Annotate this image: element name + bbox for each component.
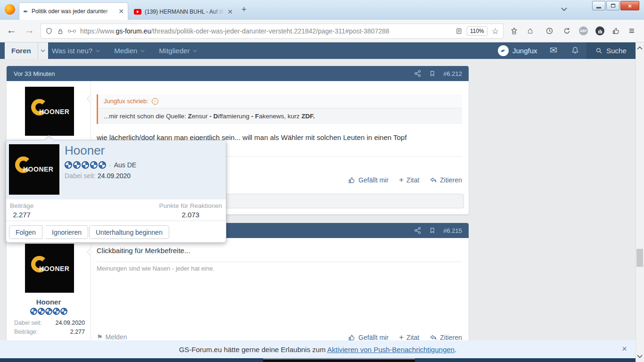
scrollbar-thumb[interactable] — [636, 249, 643, 267]
rating-star-icon — [45, 308, 52, 315]
like-button[interactable]: Gefällt mir — [348, 176, 388, 184]
youtube-favicon-icon — [134, 9, 141, 15]
history-clock-icon[interactable] — [545, 27, 553, 35]
rating-star-icon — [90, 161, 98, 169]
start-conversation-button[interactable]: Unterhaltung beginnen — [89, 225, 169, 239]
chevron-down-icon — [193, 49, 197, 52]
message-tail — [87, 95, 94, 103]
scroll-up-icon[interactable] — [637, 46, 643, 50]
chevron-down-icon[interactable] — [38, 42, 48, 59]
zoom-level-button[interactable]: 110% — [467, 26, 487, 36]
bookmark-icon[interactable] — [429, 227, 436, 234]
member-joined: Dabei seit: 24.09.2020 — [65, 172, 131, 180]
expand-quote-icon[interactable]: ↑ — [152, 98, 158, 105]
post-timestamp[interactable]: Vor 33 Minuten — [14, 70, 55, 77]
user-avatar — [498, 45, 509, 56]
scroll-down-icon[interactable] — [637, 354, 643, 358]
tab-close-icon[interactable]: ✕ — [227, 8, 233, 15]
quote-attribution[interactable]: Jungfux schrieb: — [104, 98, 149, 105]
url-text[interactable]: https://www.gs-forum.eu/threads/politik-… — [80, 27, 451, 35]
scrollbar[interactable] — [636, 42, 644, 362]
nav-item-was-ist-neu[interactable]: Was ist neu? — [52, 47, 100, 55]
search-button[interactable]: Suche — [586, 42, 636, 59]
tracking-shield-icon[interactable] — [45, 27, 53, 35]
reader-view-icon[interactable] — [455, 27, 462, 35]
bookmark-icon[interactable] — [429, 70, 436, 77]
new-tab-button[interactable]: + — [241, 4, 247, 15]
reply-button[interactable]: Zitieren — [429, 176, 462, 184]
nav-tab-foren[interactable]: Foren — [5, 42, 48, 59]
rating-star-icon — [30, 308, 37, 315]
refresh-icon[interactable] — [563, 27, 571, 35]
post-number[interactable]: #6.215 — [443, 227, 462, 234]
report-flag-icon: ⚑ — [97, 333, 103, 341]
sidebar-posts-row: Beiträge:2.277 — [14, 329, 85, 335]
close-button[interactable]: × — [620, 1, 639, 10]
enable-push-link[interactable]: Aktivieren von Push-Benachrichtigungen — [327, 346, 454, 354]
share-icon[interactable] — [414, 70, 421, 77]
user-avatar[interactable]: HOONER — [25, 244, 74, 293]
reply-arrow-icon — [429, 176, 437, 184]
post-number[interactable]: #6.212 — [443, 70, 462, 77]
list-all-tabs-icon[interactable] — [561, 7, 567, 11]
user-avatar[interactable]: HOONER — [9, 144, 59, 195]
minimize-button[interactable] — [592, 1, 605, 10]
tab-youtube[interactable]: (139) HERMANN BUHL - Auf de ✕ — [130, 4, 237, 20]
push-permission-banner: GS-Forum.eu hätte gerne deine Erlaubnis … — [0, 340, 636, 358]
reaction-points-stat: Punkte für Reaktionen 2.073 — [159, 202, 222, 219]
forum-favicon-icon: ✒ — [23, 8, 28, 15]
multiquote-button[interactable]: + Zitat — [399, 175, 419, 185]
adblock-plus-icon[interactable]: ABP — [579, 26, 588, 35]
close-banner-icon[interactable]: × — [622, 344, 627, 354]
chevron-down-icon — [140, 49, 145, 52]
quote-block: Jungfux schrieb: ↑ ...mir reicht schon d… — [97, 94, 462, 124]
sidebar-username[interactable]: Hooner — [7, 298, 91, 306]
user-rating — [65, 161, 106, 169]
lock-icon[interactable] — [57, 28, 64, 35]
posts-stat: Beiträge 2.277 — [10, 202, 33, 219]
home-icon[interactable]: ⌂ — [528, 26, 533, 35]
firefox-menu-icon[interactable] — [5, 4, 15, 15]
hand-extension-icon[interactable] — [595, 26, 604, 35]
forward-button[interactable]: → — [25, 25, 34, 36]
next-post-edge — [0, 358, 636, 362]
address-bar[interactable]: https://www.gs-forum.eu/threads/politik-… — [41, 24, 504, 39]
messages-envelope-icon[interactable]: ✉ — [550, 45, 557, 56]
rating-star-icon — [82, 161, 89, 169]
browser-window: ✒ Politik oder was jeder darunter ✕ (139… — [0, 0, 644, 362]
ignore-button[interactable]: Ignorieren — [46, 225, 88, 239]
maximize-button[interactable] — [606, 1, 619, 10]
member-location[interactable]: Aus DE — [114, 161, 136, 169]
nav-item-mitglieder[interactable]: Mitglieder — [159, 47, 197, 55]
tab-forum[interactable]: ✒ Politik oder was jeder darunter ✕ — [19, 2, 128, 20]
rating-star-icon — [73, 161, 81, 169]
report-link[interactable]: ⚑ Melden — [97, 333, 127, 341]
bookmarks-menu-icon[interactable] — [510, 27, 518, 35]
member-tooltip: HOONER Hooner · Aus DE Dabei seit: 24.09… — [6, 140, 226, 243]
tab-close-icon[interactable]: ✕ — [118, 8, 124, 15]
alerts-bell-icon[interactable] — [571, 46, 579, 55]
thumb-extension-icon[interactable] — [612, 27, 620, 35]
site-permissions-icon[interactable] — [68, 30, 76, 33]
logged-in-username: Jungfux — [512, 47, 537, 55]
account-menu[interactable]: Jungfux — [498, 45, 537, 56]
back-button[interactable]: ← — [7, 25, 17, 36]
share-icon[interactable] — [414, 227, 421, 234]
bookmark-star-icon[interactable]: ☆ — [492, 27, 499, 35]
divider — [6, 221, 226, 221]
divider — [97, 262, 462, 262]
post-actions: Gefällt mir + Zitat Zitieren — [348, 175, 462, 185]
rating-star-icon — [38, 308, 45, 315]
signature-text: Meinungen sind wie Nasen - jeder hat ein… — [97, 265, 215, 272]
nav-item-medien[interactable]: Medien — [114, 47, 145, 55]
rating-star-icon — [53, 308, 60, 315]
user-avatar[interactable]: HOONER — [25, 87, 74, 136]
hamburger-menu-icon[interactable]: ≡ — [629, 26, 635, 35]
member-rating-row: · Aus DE — [65, 161, 136, 169]
user-rating — [7, 308, 91, 315]
follow-button[interactable]: Folgen — [9, 225, 42, 239]
member-name[interactable]: Hooner — [65, 143, 105, 158]
tab-bar: ✒ Politik oder was jeder darunter ✕ (139… — [0, 0, 644, 20]
thumbs-up-icon — [348, 176, 355, 184]
search-icon — [595, 47, 603, 54]
